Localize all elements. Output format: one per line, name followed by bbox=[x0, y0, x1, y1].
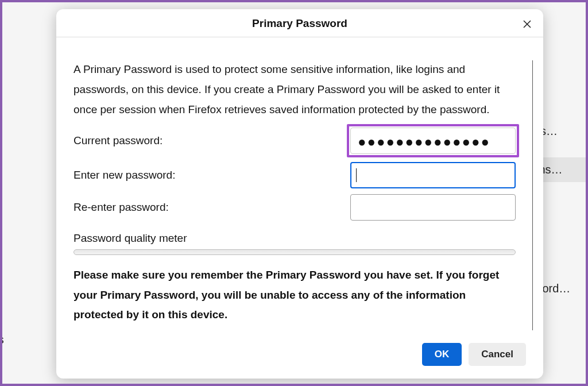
current-password-input[interactable] bbox=[350, 128, 516, 154]
dialog-footer: OK Cancel bbox=[56, 334, 543, 379]
new-password-row: Enter new password: bbox=[74, 160, 526, 191]
current-password-highlight bbox=[347, 124, 519, 157]
new-password-label: Enter new password: bbox=[74, 169, 350, 182]
dialog-description: A Primary Password is used to protect so… bbox=[74, 59, 526, 119]
password-quality-label: Password quality meter bbox=[74, 232, 526, 245]
current-password-row: Current password: bbox=[74, 125, 526, 156]
current-password-label: Current password: bbox=[74, 134, 350, 147]
sidebar-item-themes[interactable]: mes bbox=[0, 329, 57, 351]
sidebar-item-mozilla[interactable]: zilla bbox=[0, 260, 57, 283]
close-icon bbox=[523, 20, 532, 29]
new-password-input[interactable] bbox=[350, 162, 516, 188]
text-cursor bbox=[356, 168, 357, 182]
dialog-title: Primary Password bbox=[252, 17, 347, 30]
primary-password-dialog: Primary Password A Primary Password is u… bbox=[56, 9, 543, 379]
reenter-password-label: Re-enter password: bbox=[74, 201, 350, 214]
dialog-body: A Primary Password is used to protect so… bbox=[56, 37, 543, 334]
scroll-divider bbox=[532, 60, 533, 330]
dialog-header: Primary Password bbox=[56, 9, 543, 37]
cancel-button[interactable]: Cancel bbox=[469, 343, 526, 366]
ok-button[interactable]: OK bbox=[422, 343, 462, 366]
warning-text: Please make sure you remember the Primar… bbox=[74, 265, 526, 325]
password-quality-meter bbox=[74, 249, 516, 255]
reenter-password-input[interactable] bbox=[350, 194, 516, 221]
reenter-password-row: Re-enter password: bbox=[74, 192, 526, 223]
sidebar-item-privacy-security[interactable]: rity bbox=[0, 177, 57, 200]
close-button[interactable] bbox=[519, 16, 535, 32]
